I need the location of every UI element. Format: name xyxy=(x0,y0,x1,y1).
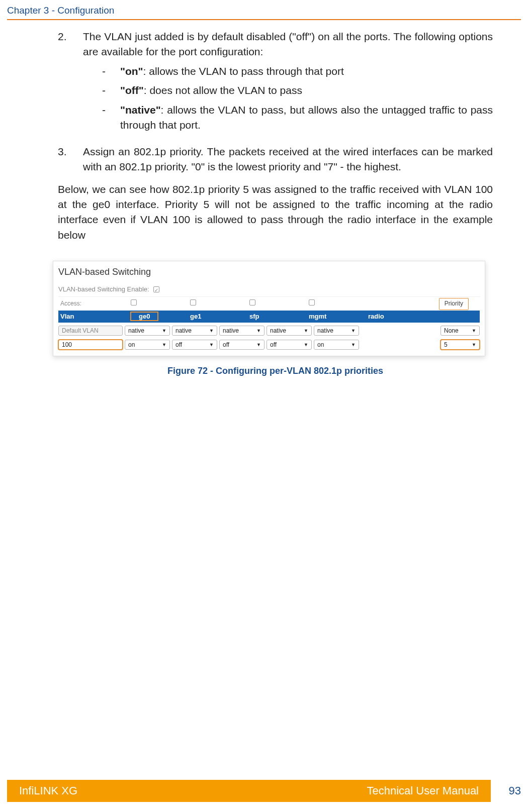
off-label: "off" xyxy=(120,84,144,96)
access-checkbox-mgmt[interactable] xyxy=(309,299,315,306)
chevron-down-icon: ▼ xyxy=(209,342,214,348)
access-checkbox-sfp[interactable] xyxy=(249,299,255,306)
list-item: 2. The VLAN just added is by default dis… xyxy=(58,29,493,137)
sfp-select[interactable]: off▼ xyxy=(219,340,265,350)
ge0-select[interactable]: on▼ xyxy=(125,340,170,350)
chevron-down-icon: ▼ xyxy=(351,328,356,334)
col-ge0: ge0 xyxy=(131,312,158,321)
chevron-down-icon: ▼ xyxy=(162,328,166,334)
col-sfp: sfp xyxy=(247,312,307,322)
priority-select[interactable]: None▼ xyxy=(441,326,480,336)
native-label: "native" xyxy=(120,104,161,116)
access-label: Access: xyxy=(58,299,129,308)
on-label: "on" xyxy=(120,65,143,77)
chapter-header: Chapter 3 - Configuration xyxy=(0,0,528,18)
chevron-down-icon: ▼ xyxy=(256,328,261,334)
page-footer: InfiLINK XG Technical User Manual 93 xyxy=(7,780,521,802)
main-content: 2. The VLAN just added is by default dis… xyxy=(0,20,528,377)
footer-right: Technical User Manual xyxy=(367,784,479,797)
table-row: on▼ off▼ off▼ off▼ on▼ 5▼ xyxy=(58,337,480,351)
header-row: Vlan ge0 ge1 sfp mgmt radio xyxy=(58,311,480,323)
enable-row: VLAN-based Switching Enable: xyxy=(58,282,480,296)
list-text: Assign an 802.1p priority. The packets r… xyxy=(83,144,493,175)
off-text: : does not allow the VLAN to pass xyxy=(144,84,302,96)
sub-item: - "off": does not allow the VLAN to pass xyxy=(102,83,493,98)
col-vlan: Vlan xyxy=(58,312,129,322)
sub-item: - "native": allows the VLAN to pass, but… xyxy=(102,103,493,133)
dash: - xyxy=(102,83,120,98)
chevron-down-icon: ▼ xyxy=(304,342,308,348)
chevron-down-icon: ▼ xyxy=(304,328,308,334)
enable-checkbox[interactable] xyxy=(153,286,159,292)
mgmt-select[interactable]: native▼ xyxy=(267,326,312,336)
dash: - xyxy=(102,64,120,79)
list-item: 3. Assign an 802.1p priority. The packet… xyxy=(58,144,493,175)
footer-bar: InfiLINK XG Technical User Manual xyxy=(7,780,491,802)
ge1-select[interactable]: native▼ xyxy=(172,326,217,336)
list-number: 3. xyxy=(58,144,83,175)
vlan-name-input[interactable] xyxy=(58,340,123,350)
chevron-down-icon: ▼ xyxy=(209,328,214,334)
radio-select[interactable]: native▼ xyxy=(314,326,359,336)
mgmt-select[interactable]: off▼ xyxy=(267,340,312,350)
table-row: native▼ native▼ native▼ native▼ native▼ … xyxy=(58,323,480,337)
chevron-down-icon: ▼ xyxy=(162,342,166,348)
list-number: 2. xyxy=(58,29,83,137)
ge1-select[interactable]: off▼ xyxy=(172,340,217,350)
radio-select[interactable]: on▼ xyxy=(314,340,359,350)
col-radio: radio xyxy=(366,312,425,322)
col-mgmt: mgmt xyxy=(307,312,366,322)
page-number: 93 xyxy=(491,784,521,797)
dash: - xyxy=(102,103,120,133)
access-row: Access: Priority xyxy=(58,296,480,311)
sfp-select[interactable]: native▼ xyxy=(219,326,265,336)
panel-title: VLAN-based Switching xyxy=(58,264,480,282)
chevron-down-icon: ▼ xyxy=(472,328,476,334)
enable-label: VLAN-based Switching Enable: xyxy=(58,285,149,294)
chevron-down-icon: ▼ xyxy=(472,342,476,348)
paragraph: Below, we can see how 802.1p priority 5 … xyxy=(58,182,493,243)
sub-item: - "on": allows the VLAN to pass through … xyxy=(102,64,493,79)
ge0-select[interactable]: native▼ xyxy=(125,326,170,336)
chevron-down-icon: ▼ xyxy=(256,342,261,348)
vlan-screenshot: VLAN-based Switching VLAN-based Switchin… xyxy=(53,261,485,356)
access-checkbox-ge1[interactable] xyxy=(190,299,196,306)
native-text: : allows the VLAN to pass, but allows al… xyxy=(120,104,493,131)
col-ge1: ge1 xyxy=(188,312,247,322)
footer-left: InfiLINK XG xyxy=(19,784,77,797)
list-text: The VLAN just added is by default disabl… xyxy=(83,29,493,60)
on-text: : allows the VLAN to pass through that p… xyxy=(143,65,344,77)
priority-select[interactable]: 5▼ xyxy=(441,340,480,350)
vlan-name-input[interactable] xyxy=(58,326,123,336)
priority-badge: Priority xyxy=(439,298,469,310)
chevron-down-icon: ▼ xyxy=(351,342,356,348)
access-checkbox-ge0[interactable] xyxy=(131,299,137,306)
figure-caption: Figure 72 - Configuring per-VLAN 802.1p … xyxy=(58,364,493,377)
